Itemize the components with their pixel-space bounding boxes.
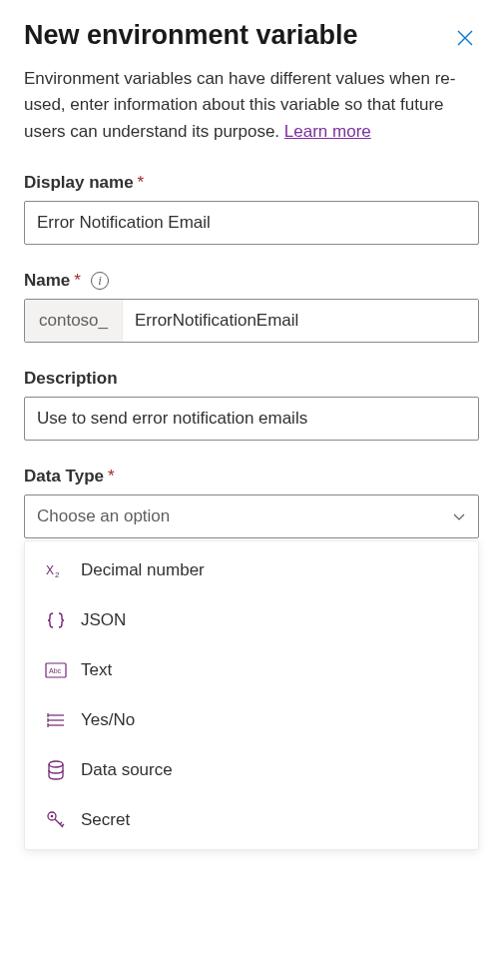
description-label: Description [24, 369, 479, 389]
field-data-type: Data Type * Choose an option X2 Decimal … [24, 467, 479, 850]
field-description: Description [24, 369, 479, 441]
data-type-label-text: Data Type [24, 467, 104, 487]
name-prefix: contoso_ [25, 300, 123, 342]
data-type-dropdown: X2 Decimal number JSON Abc Text Yes/No [24, 540, 479, 850]
json-icon [45, 609, 67, 631]
option-data-source[interactable]: Data source [25, 745, 478, 795]
decimal-icon: X2 [45, 559, 67, 581]
info-icon[interactable]: i [91, 272, 109, 290]
option-label: Text [81, 660, 112, 680]
data-type-placeholder: Choose an option [37, 506, 170, 526]
description-input[interactable] [24, 397, 479, 441]
name-label-text: Name [24, 271, 70, 291]
option-decimal-number[interactable]: X2 Decimal number [25, 545, 478, 595]
datasource-icon [45, 759, 67, 781]
display-name-input[interactable] [24, 201, 479, 245]
field-display-name: Display name * [24, 173, 479, 245]
field-name: Name * i contoso_ [24, 271, 479, 343]
secret-icon [45, 809, 67, 831]
option-text[interactable]: Abc Text [25, 645, 478, 695]
name-label: Name * i [24, 271, 479, 291]
option-label: Data source [81, 760, 173, 780]
intro-body: Environment variables can have different… [24, 69, 455, 141]
name-input-wrap: contoso_ [24, 299, 479, 343]
option-label: Yes/No [81, 710, 135, 730]
display-name-label-text: Display name [24, 173, 134, 193]
required-asterisk: * [138, 173, 145, 193]
option-yes-no[interactable]: Yes/No [25, 695, 478, 745]
description-label-text: Description [24, 369, 118, 389]
svg-text:2: 2 [55, 570, 60, 578]
svg-point-10 [49, 761, 63, 767]
option-json[interactable]: JSON [25, 595, 478, 645]
option-label: Decimal number [81, 560, 205, 580]
panel-title: New environment variable [24, 20, 358, 51]
svg-text:X: X [46, 563, 54, 577]
display-name-label: Display name * [24, 173, 479, 193]
required-asterisk: * [108, 467, 115, 487]
learn-more-link[interactable]: Learn more [284, 122, 371, 141]
option-label: JSON [81, 610, 126, 630]
option-label: Secret [81, 810, 130, 830]
chevron-down-icon [452, 509, 466, 523]
svg-point-12 [51, 815, 54, 818]
close-icon [455, 28, 475, 48]
data-type-select[interactable]: Choose an option [24, 494, 479, 538]
option-secret[interactable]: Secret [25, 795, 478, 845]
text-icon: Abc [45, 659, 67, 681]
required-asterisk: * [74, 271, 81, 291]
panel-header: New environment variable [24, 20, 479, 52]
svg-text:Abc: Abc [49, 667, 62, 674]
close-button[interactable] [451, 24, 479, 52]
intro-text: Environment variables can have different… [24, 66, 479, 145]
name-input[interactable] [123, 300, 478, 342]
yesno-icon [45, 709, 67, 731]
data-type-label: Data Type * [24, 467, 479, 487]
